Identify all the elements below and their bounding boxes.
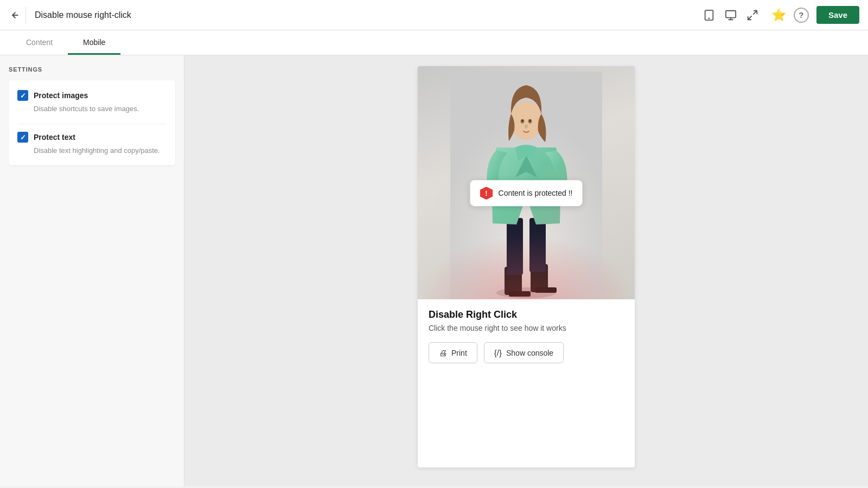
preview-content: Disable Right Click Click the mouse righ… (418, 299, 635, 374)
page-title: Disable mouse right-click (35, 10, 697, 20)
svg-point-3 (709, 18, 709, 18)
tab-mobile[interactable]: Mobile (68, 30, 120, 55)
svg-rect-16 (529, 218, 546, 272)
protect-text-checkbox[interactable]: ✓ (17, 132, 28, 143)
preview-image-container: Content is protected !! (418, 66, 635, 299)
main-layout: SETTINGS ✓ Protect images Disable shortc… (0, 55, 868, 486)
print-label: Print (451, 349, 467, 357)
console-label: Show console (506, 349, 553, 357)
print-button[interactable]: 🖨 Print (429, 342, 477, 363)
help-icon[interactable]: ? (794, 8, 809, 23)
settings-divider (17, 124, 167, 124)
svg-point-22 (529, 119, 532, 123)
settings-label: SETTINGS (9, 66, 175, 73)
back-button[interactable] (9, 7, 26, 24)
svg-rect-12 (509, 291, 531, 297)
protect-text-desc: Disable text highlighting and copy/paste… (34, 146, 167, 156)
star-icon[interactable]: ⭐ (771, 8, 786, 22)
svg-point-21 (521, 119, 524, 123)
console-icon: {/} (494, 348, 502, 357)
check-icon-2: ✓ (20, 133, 26, 142)
preview-area: Content is protected !! Disable Right Cl… (184, 55, 868, 486)
tablet-view-icon[interactable] (703, 9, 715, 21)
svg-line-8 (748, 16, 751, 19)
protect-images-row: ✓ Protect images (17, 90, 167, 101)
protect-images-checkbox[interactable]: ✓ (17, 90, 28, 101)
svg-point-18 (510, 101, 542, 140)
setting-protect-text: ✓ Protect text Disable text highlighting… (17, 132, 167, 156)
setting-protect-images: ✓ Protect images Disable shortcuts to sa… (17, 90, 167, 114)
protect-images-desc: Disable shortcuts to save images. (34, 104, 167, 114)
topbar: Disable mouse right-click (0, 0, 868, 30)
shield-warning-icon (480, 187, 493, 200)
sidebar: SETTINGS ✓ Protect images Disable shortc… (0, 55, 184, 486)
content-protected-tooltip: Content is protected !! (470, 180, 583, 206)
show-console-button[interactable]: {/} Show console (484, 342, 564, 363)
settings-card: ✓ Protect images Disable shortcuts to sa… (9, 80, 175, 165)
print-icon: 🖨 (439, 348, 447, 357)
preview-card: Content is protected !! Disable Right Cl… (418, 66, 635, 467)
save-button[interactable]: Save (816, 6, 859, 24)
fullscreen-icon[interactable] (746, 9, 758, 21)
svg-rect-14 (535, 287, 557, 293)
svg-line-7 (754, 10, 757, 14)
preview-subtitle: Click the mouse right to see how it work… (429, 324, 624, 332)
topbar-right: ⭐ ? Save (771, 6, 859, 24)
tooltip-text: Content is protected !! (499, 189, 573, 197)
preview-title: Disable Right Click (429, 309, 624, 320)
protect-images-label: Protect images (34, 91, 88, 100)
preview-actions: 🖨 Print {/} Show console (429, 342, 624, 363)
tab-content[interactable]: Content (11, 30, 68, 55)
protect-text-row: ✓ Protect text (17, 132, 167, 143)
device-icons-group (703, 9, 758, 21)
check-icon: ✓ (20, 92, 26, 100)
protect-text-label: Protect text (34, 133, 75, 142)
svg-rect-15 (507, 218, 523, 275)
svg-rect-4 (726, 10, 736, 17)
tabs-bar: Content Mobile (0, 30, 868, 55)
desktop-view-icon[interactable] (725, 9, 737, 21)
